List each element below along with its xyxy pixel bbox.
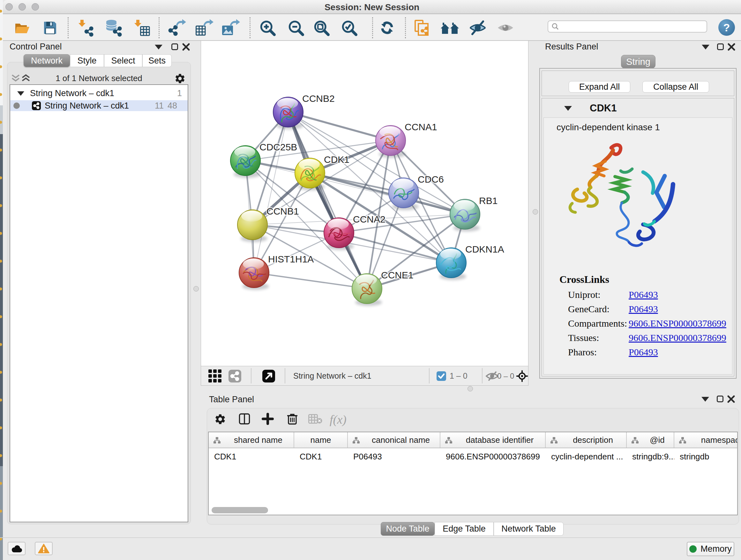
- open-session-button[interactable]: [13, 18, 31, 37]
- help-button[interactable]: ?: [718, 19, 735, 36]
- split-columns-icon[interactable]: [239, 414, 250, 424]
- column-header-database-identifier[interactable]: database identifier: [441, 432, 546, 448]
- search-icon: [551, 23, 559, 30]
- hidden-eye-icon[interactable]: [485, 370, 499, 382]
- search-input[interactable]: [559, 21, 706, 32]
- show-all-button[interactable]: [496, 18, 515, 37]
- table-panel-float-icon[interactable]: [717, 395, 724, 402]
- crosslink-label: Tissues:: [568, 332, 599, 343]
- table-cell[interactable]: stringdb: [674, 452, 738, 462]
- column-header-shared-name[interactable]: shared name: [209, 432, 294, 448]
- control-panel-collapse-icon[interactable]: [155, 45, 162, 50]
- export-image-button[interactable]: [221, 18, 240, 37]
- node-CCNA1[interactable]: CCNA1: [376, 122, 437, 158]
- table-settings-gear-icon[interactable]: [214, 413, 226, 425]
- tab-network[interactable]: Network: [23, 54, 70, 67]
- results-panel-collapse-icon[interactable]: [702, 45, 710, 50]
- column-header-label: namespace: [701, 435, 738, 445]
- table-cell[interactable]: CDK1: [294, 452, 348, 462]
- expand-all-button[interactable]: Expand All: [569, 81, 630, 92]
- network-tree-row-selected[interactable]: String Network – cdk1 11 48: [10, 100, 188, 111]
- collapse-all-button[interactable]: Collapse All: [643, 81, 709, 92]
- tree-expander-icon[interactable]: [17, 91, 24, 96]
- column-header-description[interactable]: description: [546, 432, 627, 448]
- tab-edge-table[interactable]: Edge Table: [434, 522, 494, 536]
- right-splitter-handle[interactable]: [533, 209, 538, 214]
- table-cell[interactable]: stringdb:9...: [627, 452, 674, 462]
- search-box[interactable]: [548, 20, 707, 33]
- column-header-namespace[interactable]: namespace: [674, 432, 738, 448]
- add-column-icon[interactable]: [262, 413, 273, 425]
- open-in-new-window-icon[interactable]: [262, 370, 275, 382]
- refresh-button[interactable]: [378, 18, 396, 37]
- tab-sets[interactable]: Sets: [142, 54, 172, 67]
- crosslink-value-link[interactable]: P06493: [629, 289, 658, 300]
- network-options-gear-icon[interactable]: [174, 73, 186, 84]
- crosslink-value-link[interactable]: P06493: [629, 347, 658, 358]
- zoom-selected-button[interactable]: [340, 18, 358, 37]
- left-splitter-handle[interactable]: [193, 286, 199, 292]
- results-panel-close-icon[interactable]: [728, 43, 735, 51]
- import-network-from-database-button[interactable]: [104, 18, 123, 37]
- node-HIST1H1A[interactable]: HIST1H1A: [239, 254, 314, 290]
- node-CDK1[interactable]: CDK1: [295, 154, 349, 190]
- table-cell[interactable]: cyclin-dependent ...: [546, 452, 627, 462]
- import-network-from-file-button[interactable]: [77, 18, 95, 37]
- node-table[interactable]: shared namename canonical name database …: [208, 432, 738, 515]
- hide-selected-button[interactable]: [468, 18, 487, 37]
- zoom-out-button[interactable]: [286, 18, 305, 37]
- import-table-from-file-button[interactable]: [132, 18, 151, 37]
- node-CCNB2[interactable]: CCNB2: [273, 93, 335, 129]
- section-collapse-icon[interactable]: [564, 106, 572, 111]
- control-panel-float-icon[interactable]: [172, 44, 178, 50]
- table-row[interactable]: CDK1CDK1P064939606.ENSP00000378699cyclin…: [209, 448, 738, 465]
- bottom-splitter-handle[interactable]: [468, 386, 473, 391]
- crosslink-value-link[interactable]: P06493: [629, 304, 658, 314]
- table-panel-close-icon[interactable]: [727, 395, 735, 403]
- copy-style-button[interactable]: [413, 18, 432, 37]
- node-CDC6[interactable]: CDC6: [389, 174, 444, 210]
- results-panel-float-icon[interactable]: [717, 44, 724, 50]
- tab-select[interactable]: Select: [104, 54, 142, 67]
- table-cell[interactable]: 9606.ENSP00000378699: [441, 452, 546, 462]
- zoom-fit-content-button[interactable]: [312, 18, 331, 37]
- table-cell[interactable]: P06493: [348, 452, 441, 462]
- network-tree-root-row[interactable]: String Network – cdk1 1: [10, 88, 188, 99]
- tab-string[interactable]: String: [621, 55, 656, 68]
- save-session-button[interactable]: [41, 18, 59, 37]
- table-cell[interactable]: CDK1: [209, 452, 294, 462]
- fit-selected-crosshair-icon[interactable]: [516, 370, 528, 382]
- crosslink-row: Tissues: 9606.ENSP00000378699: [568, 332, 728, 345]
- tab-node-table[interactable]: Node Table: [381, 522, 434, 536]
- node-CDKN1A[interactable]: CDKN1A: [436, 244, 504, 280]
- table-panel-collapse-icon[interactable]: [701, 397, 709, 401]
- delete-column-trash-icon[interactable]: [286, 413, 298, 425]
- column-header-canonical-name[interactable]: canonical name: [348, 432, 441, 448]
- cloud-status-button[interactable]: [8, 542, 25, 555]
- network-share-icon[interactable]: [228, 370, 241, 382]
- tab-style[interactable]: Style: [70, 54, 104, 67]
- node-label-CCNB2: CCNB2: [302, 93, 335, 104]
- zoom-in-button[interactable]: [258, 18, 277, 37]
- birdseye-grid-icon[interactable]: [208, 369, 222, 383]
- table-horizontal-scrollbar[interactable]: [212, 507, 268, 513]
- node-RB1[interactable]: RB1: [450, 195, 497, 232]
- network-canvas[interactable]: CCNB2 CCNA1 CDC25B CDK1 CDC6: [201, 41, 529, 386]
- warning-status-button[interactable]: [35, 542, 53, 555]
- memory-button[interactable]: Memory: [687, 542, 734, 556]
- control-panel-close-icon[interactable]: [182, 43, 190, 51]
- edge-HIST1H1A-CCNE1[interactable]: [254, 273, 367, 289]
- crosslink-value-link[interactable]: 9606.ENSP00000378699: [629, 318, 726, 329]
- crosslink-value-link[interactable]: 9606.ENSP00000378699: [629, 332, 726, 343]
- edge-CCNB2-HIST1H1A[interactable]: [254, 112, 288, 273]
- node-CCNE1[interactable]: CCNE1: [352, 270, 414, 306]
- new-network-button[interactable]: [168, 18, 187, 37]
- first-neighbors-button[interactable]: [441, 18, 459, 37]
- tab-network-table[interactable]: Network Table: [494, 522, 563, 536]
- selected-checkbox-icon[interactable]: [436, 371, 446, 381]
- node-CDC25B[interactable]: CDC25B: [230, 142, 297, 178]
- column-header-name[interactable]: name: [294, 432, 348, 448]
- export-table-button[interactable]: [195, 18, 213, 37]
- toolbar-separator: [158, 17, 159, 38]
- column-header--id[interactable]: @id: [627, 432, 674, 448]
